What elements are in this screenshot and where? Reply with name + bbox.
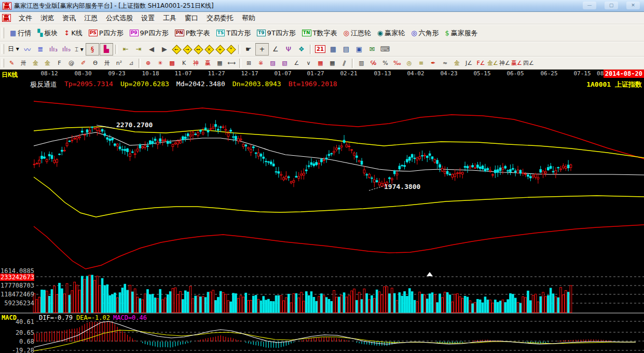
remote-pc-button[interactable]: ⌨ (379, 44, 391, 55)
k-note-button[interactable]: K (178, 58, 190, 68)
first-bar-button[interactable]: ⇤ (119, 44, 132, 55)
minimize-button[interactable]: — (583, 2, 596, 9)
prev-bar-button[interactable]: ◀ (145, 44, 158, 55)
maximize-button[interactable]: ▢ (605, 2, 618, 9)
grid-123-button[interactable]: ▦ (214, 58, 226, 68)
f10-info-button[interactable]: ≣ (34, 44, 47, 55)
last-bar-button[interactable]: ⇥ (132, 44, 145, 55)
gold-lines-button[interactable]: ≡ (415, 58, 427, 68)
shen-grid-button[interactable]: 神 (190, 58, 202, 68)
calculator-button[interactable]: ▦ (327, 44, 339, 55)
next-bar-button[interactable]: ▶ (158, 44, 171, 55)
p-number-button[interactable]: PNP数字表 (173, 28, 212, 39)
gold-angle-button[interactable]: 金∠ (487, 58, 499, 68)
close-button[interactable]: ✕ (626, 2, 640, 9)
f-angle-button[interactable]: F∠ (475, 58, 487, 68)
diamond-plus-icon[interactable]: + (215, 44, 225, 55)
period-day-dropdown-button[interactable]: 日 ▾ (6, 44, 21, 55)
shen-angle-button[interactable]: 神∠ (499, 58, 511, 68)
diamond-right-icon[interactable]: → (182, 44, 193, 55)
percent-slope-button[interactable]: ℅ (367, 58, 379, 68)
flower-tool-button[interactable]: ❖ (295, 44, 308, 55)
red-net-button[interactable]: ▦ (314, 58, 326, 68)
spiral-tool-button[interactable]: @ (65, 58, 77, 68)
winner-wheel-button[interactable]: ◉赢家轮 (375, 28, 407, 39)
menu-窗口[interactable]: 窗口 (181, 12, 202, 24)
menu-帮助[interactable]: 帮助 (238, 12, 259, 24)
marker-tool-button[interactable]: ✐ (77, 58, 89, 68)
calendar-21-icon[interactable]: 21 (314, 44, 326, 55)
chart-canvas[interactable]: 日K线 08-1208-3009-2310-1811-0711-2712-170… (0, 70, 644, 353)
psy-tool-button[interactable]: Ψ (282, 44, 295, 55)
star-burst-button[interactable]: ✳ (154, 58, 166, 68)
time-cycle-button[interactable]: Θ (89, 58, 101, 68)
quotes-button[interactable]: ▦行情 (8, 28, 33, 39)
t-square-button[interactable]: TST四方形 (214, 28, 253, 39)
menu-文件[interactable]: 文件 (15, 12, 36, 24)
gold-grid-2-button[interactable]: 金 (42, 58, 53, 68)
menu-公式选股[interactable]: 公式选股 (102, 12, 137, 24)
zigzag-button[interactable]: ∨ (303, 58, 314, 68)
crosshair-tool-button[interactable]: + (255, 43, 269, 56)
percent-button[interactable]: % (379, 58, 391, 68)
wave-tool-button[interactable]: ≈ (439, 58, 451, 68)
parallel-lines-button[interactable]: ∥ (337, 57, 351, 70)
ying-angle-button[interactable]: 赢∠ (511, 58, 523, 68)
macd-scale-label: 40.61 (0, 318, 34, 325)
menu-资讯[interactable]: 资讯 (58, 12, 80, 24)
winner-service-button[interactable]: $赢家服务 (443, 28, 479, 39)
dark-net-button[interactable]: ▦ (326, 58, 338, 68)
bars-9-button[interactable]: ılı₉ (60, 44, 73, 55)
candle-style-dropdown-button[interactable]: ⌶ ▾ (73, 44, 85, 55)
gold-grid-button[interactable]: 金 (30, 58, 42, 68)
menu-工具[interactable]: 工具 (159, 12, 181, 24)
band-tool-button[interactable]: § (86, 43, 99, 56)
color-chart-button[interactable]: ▙ (100, 43, 113, 56)
hand-tool-button[interactable]: ☛ (242, 44, 255, 55)
angle-lines-button[interactable]: ∠ (291, 58, 303, 68)
menu-浏览[interactable]: 浏览 (36, 12, 58, 24)
hexagon-button[interactable]: ◎六角形 (409, 28, 441, 39)
menu-交易委托[interactable]: 交易委托 (202, 12, 238, 24)
pen-tool-button[interactable]: ✎ (6, 58, 18, 68)
permille-button[interactable]: ‰ (391, 58, 403, 68)
ink-brush-button[interactable]: ✒ (427, 58, 439, 68)
purple-grid-button[interactable]: ▧ (279, 58, 291, 68)
j-angle-button[interactable]: J∠ (463, 58, 475, 68)
web-grid-button[interactable]: ▩ (166, 58, 178, 68)
save-disk-button[interactable]: ▣ (353, 44, 365, 55)
overlay-chart-button[interactable]: 〰 (21, 44, 34, 55)
gann-grid-button[interactable]: 卅 (101, 58, 113, 68)
9t-square-button[interactable]: T99T四方形 (255, 28, 298, 39)
gold-circle-button[interactable]: ◎ (403, 58, 415, 68)
sectors-button[interactable]: ▚板块 (35, 28, 60, 39)
diamond-left-icon[interactable]: ← (171, 44, 182, 55)
ying-grid-button[interactable]: 赢 (202, 58, 214, 68)
box-ruler-button[interactable]: ⊞ (243, 58, 255, 68)
notebook-button[interactable]: ▤ (340, 44, 352, 55)
angle-ruler-button[interactable]: ∠ (269, 44, 282, 55)
angle-mirror-button[interactable]: ⊿ (125, 58, 137, 68)
f-grid-button[interactable]: F (53, 58, 65, 68)
n-square-button[interactable]: n² (113, 58, 125, 68)
grid-tool-button[interactable]: 卅 (18, 58, 30, 68)
gold-angle-bars-button[interactable]: 金 (451, 58, 463, 68)
fan-rays-button[interactable]: ※ (255, 58, 267, 68)
menu-设置[interactable]: 设置 (137, 12, 159, 24)
diamond-x-icon[interactable]: × (204, 44, 214, 55)
percent-box-button[interactable]: ▥ (355, 58, 367, 68)
si-angle-button[interactable]: 四∠ (523, 58, 535, 68)
9p-square-button[interactable]: P99P四方形 (128, 28, 171, 39)
circle-cross-button[interactable]: ⊕ (142, 58, 154, 68)
gann-wheel-button[interactable]: ◎江恩轮 (341, 28, 373, 39)
width-arrow-button[interactable]: ⟷ (226, 58, 238, 68)
send-mail-button[interactable]: ✉ (366, 44, 378, 55)
kline-button[interactable]: ↕K线 (62, 28, 84, 39)
purple-fan-button[interactable]: ▨ (267, 58, 279, 68)
menu-江恩[interactable]: 江恩 (80, 12, 102, 24)
bars-3-button[interactable]: ılı₃ (47, 44, 60, 55)
p-square-button[interactable]: PSP四方形 (87, 28, 126, 39)
diamond-star-icon[interactable]: * (226, 44, 236, 55)
t-number-button[interactable]: TNT数字表 (300, 28, 339, 39)
diamond-h-icon[interactable]: ↔ (193, 44, 203, 55)
